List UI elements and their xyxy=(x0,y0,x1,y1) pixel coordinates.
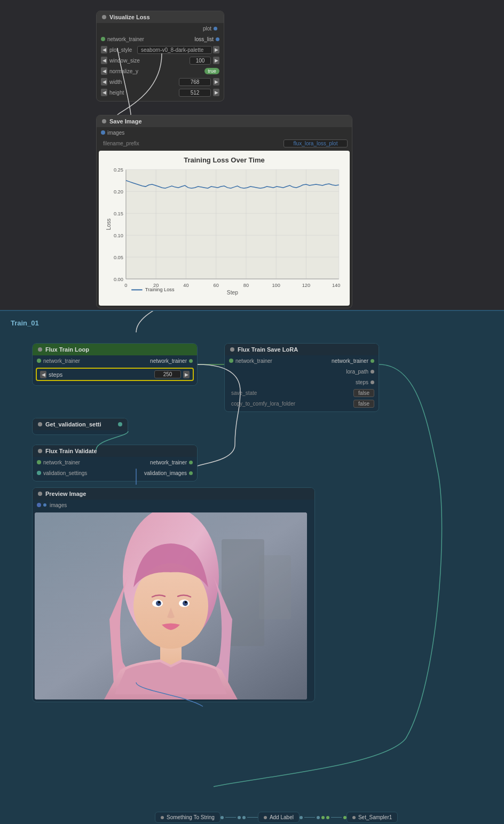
set-sampler1-node: Set_Sampler1 xyxy=(346,812,398,823)
field-value-width: 768 xyxy=(179,78,211,86)
validate-validation-settings-row: validation_settings validation_images xyxy=(33,468,197,478)
steps-arrow-right[interactable]: ▶ xyxy=(183,371,190,378)
filename-prefix-value: flux_lora_loss_plot xyxy=(284,139,348,147)
get-validation-title: Get_validation_setti xyxy=(45,421,101,427)
field-value-normalize[interactable]: true xyxy=(204,68,219,74)
node-title-save: Save Image xyxy=(109,118,142,125)
steps-output-label: steps xyxy=(356,379,368,385)
svg-text:Step: Step xyxy=(227,290,238,296)
flux-train-validate-node: Flux Train Validate network_trainer netw… xyxy=(32,445,198,481)
flux-save-lora-title: Flux Train Save LoRA xyxy=(238,346,298,353)
field-window-size: ◀ window_size 100 ▶ xyxy=(97,55,224,66)
add-label-dot xyxy=(264,816,267,819)
bottom-nodes-row: Something To String Add Label xyxy=(155,812,398,823)
field-plot-style: ◀ plot_style seaborn-v0_8-dark-palette ▶ xyxy=(97,44,224,55)
filename-prefix-label: filename_prefix xyxy=(101,141,139,146)
node-title: Visualize Loss xyxy=(109,14,150,20)
conn-line-2 xyxy=(247,817,258,818)
svg-text:Training Loss: Training Loss xyxy=(145,287,175,292)
svg-text:40: 40 xyxy=(183,283,188,288)
conn-line-1 xyxy=(225,817,236,818)
flux-validate-dot xyxy=(38,449,42,453)
preview-image-header: Preview Image xyxy=(33,488,314,500)
flux-train-loop-title: Flux Train Loop xyxy=(45,346,89,353)
field-label-plot-style: plot_style xyxy=(109,47,132,53)
svg-text:0: 0 xyxy=(124,283,127,288)
preview-title: Preview Image xyxy=(45,491,86,497)
svg-text:140: 140 xyxy=(332,283,340,288)
flux-train-loop-header: Flux Train Loop xyxy=(33,344,197,355)
preview-images-dot2 xyxy=(43,503,46,507)
preview-dot xyxy=(38,492,42,496)
bottom-section: Train_01 Flux Train Loop network_trainer… xyxy=(0,310,504,824)
svg-point-45 xyxy=(185,601,187,603)
svg-text:100: 100 xyxy=(272,283,280,288)
connector-2 xyxy=(300,816,346,819)
save-state-row: save_state false xyxy=(225,387,379,398)
svg-point-44 xyxy=(158,601,160,603)
steps-label: steps xyxy=(49,371,62,378)
steps-output-dot xyxy=(371,380,374,384)
field-arrow-left-window-size[interactable]: ◀ xyxy=(101,57,107,64)
output-plot-label: plot xyxy=(203,26,211,32)
svg-text:0.25: 0.25 xyxy=(114,168,123,173)
output-loss-list-label: loss_list xyxy=(194,36,214,42)
flux-train-loop-node: Flux Train Loop network_trainer network_… xyxy=(32,343,198,386)
flux-train-loop-output-label: network_trainer xyxy=(150,358,187,364)
conn-dot-3 xyxy=(242,816,246,819)
field-width: ◀ width 768 ▶ xyxy=(97,76,224,87)
conn-line-3 xyxy=(304,817,315,818)
get-validation-output-dot xyxy=(118,422,122,426)
flux-train-loop-output-dot xyxy=(189,359,193,363)
field-label-height: height xyxy=(109,90,124,96)
get-validation-dot xyxy=(38,422,42,426)
copy-to-comfy-label: copy_to_comfy_lora_folder xyxy=(229,401,295,407)
field-normalize-y: ◀ normalize_y true xyxy=(97,66,224,76)
field-arrow-left-normalize[interactable]: ◀ xyxy=(101,67,107,75)
flux-save-lora-dot xyxy=(230,347,234,352)
field-arrow-right-plot-style[interactable]: ▶ xyxy=(213,46,219,53)
field-arrow-left-width[interactable]: ◀ xyxy=(101,78,107,85)
flux-train-validate-header: Flux Train Validate xyxy=(33,445,197,457)
chart-area: 0.25 0.20 0.15 0.10 0.05 0.00 0 20 40 60… xyxy=(104,168,344,297)
visualize-loss-node: Visualize Loss plot network_trainer loss… xyxy=(96,11,224,102)
steps-value: 250 xyxy=(154,370,181,378)
conn-dot-4 xyxy=(300,816,303,819)
flux-save-lora-input-label: network_trainer xyxy=(235,358,272,364)
save-state-label: save_state xyxy=(229,390,257,396)
output-network-trainer-dot xyxy=(371,359,374,363)
save-image-node: Save Image images filename_prefix flux_l… xyxy=(96,115,352,308)
lora-path-row: lora_path xyxy=(225,366,379,377)
save-image-input-row: images xyxy=(97,127,352,138)
field-arrow-right-window-size[interactable]: ▶ xyxy=(213,57,219,64)
add-label-node: Add Label xyxy=(258,812,300,823)
lora-path-dot xyxy=(371,370,374,374)
validate-vs-label: validation_settings xyxy=(43,470,87,476)
field-value-height: 512 xyxy=(179,89,211,97)
validate-output-nt-label: network_trainer xyxy=(150,460,187,465)
node-status-dot-save xyxy=(102,119,106,123)
field-arrow-left-plot-style[interactable]: ◀ xyxy=(101,46,107,53)
field-height: ◀ height 512 ▶ xyxy=(97,87,224,98)
preview-images-dot xyxy=(37,503,41,507)
preview-image-svg xyxy=(35,512,307,699)
field-arrow-right-height[interactable]: ▶ xyxy=(213,89,219,96)
set-sampler1-label: Set_Sampler1 xyxy=(358,814,392,820)
conn-line-4 xyxy=(331,817,342,818)
flux-train-loop-dot xyxy=(38,347,42,352)
filename-prefix-row: filename_prefix flux_lora_loss_plot xyxy=(97,138,352,149)
flux-train-save-lora-node: Flux Train Save LoRA network_trainer net… xyxy=(224,343,379,412)
conn-dot-5 xyxy=(317,816,320,819)
svg-text:80: 80 xyxy=(243,283,249,288)
svg-text:Loss: Loss xyxy=(106,219,112,230)
field-arrow-right-width[interactable]: ▶ xyxy=(213,78,219,85)
flux-train-loop-input-dot xyxy=(37,359,41,363)
something-to-string-label: Something To String xyxy=(167,814,215,820)
connector-1 xyxy=(220,816,258,819)
connector-dots-2 xyxy=(300,816,346,819)
top-section: Visualize Loss plot network_trainer loss… xyxy=(0,0,504,310)
chart-title: Training Loss Over Time xyxy=(104,156,344,164)
field-arrow-left-height[interactable]: ◀ xyxy=(101,89,107,96)
flux-train-loop-io-row: network_trainer network_trainer xyxy=(33,355,197,366)
steps-arrow-left[interactable]: ◀ xyxy=(40,371,46,378)
